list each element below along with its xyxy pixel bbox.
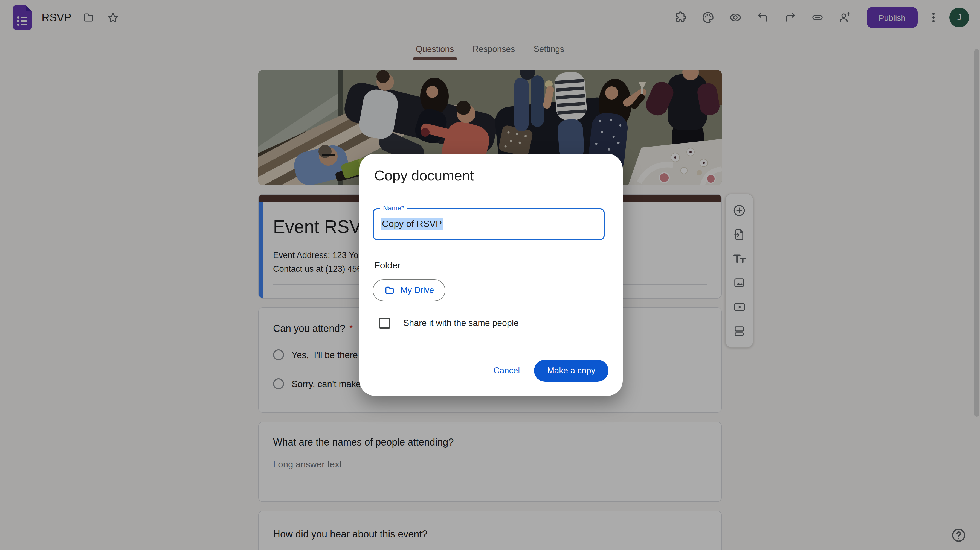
scrollbar-thumb[interactable] xyxy=(974,49,980,417)
cancel-button[interactable]: Cancel xyxy=(484,360,530,382)
share-checkbox-label[interactable]: Share it with the same people xyxy=(403,318,519,328)
my-drive-button[interactable]: My Drive xyxy=(372,279,445,301)
copy-name-input[interactable]: Name* Copy of RSVP xyxy=(372,208,605,240)
copy-document-dialog: Copy document Name* Copy of RSVP Folder … xyxy=(360,154,623,396)
forms-editor-page: RSVP xyxy=(0,0,980,550)
make-a-copy-button[interactable]: Make a copy xyxy=(534,360,608,382)
share-checkbox-row[interactable]: Share it with the same people xyxy=(379,318,519,328)
folder-section-label: Folder xyxy=(374,260,401,271)
selected-input-text: Copy of RSVP xyxy=(381,217,442,230)
name-field-label: Name* xyxy=(380,204,407,212)
checkbox-unchecked-icon[interactable] xyxy=(379,318,390,328)
dialog-title: Copy document xyxy=(374,167,474,184)
folder-icon xyxy=(384,285,395,296)
dialog-actions: Cancel Make a copy xyxy=(484,360,608,382)
